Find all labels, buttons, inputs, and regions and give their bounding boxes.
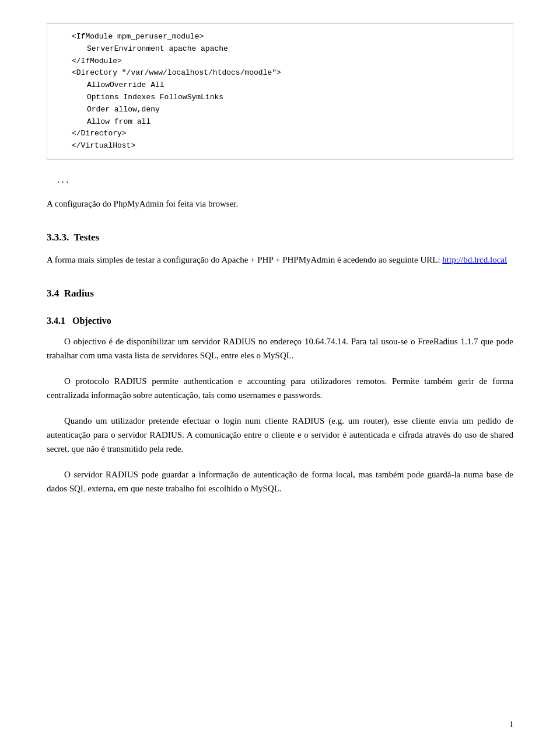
- section-341-para-4: O servidor RADIUS pode guardar a informa…: [47, 467, 513, 495]
- code-line-9: </Directory>: [57, 128, 503, 140]
- section-341-para-3: Quando um utilizador pretende efectuar o…: [47, 414, 513, 456]
- code-line-10: </VirtualHost>: [57, 140, 503, 152]
- page: <IfModule mpm_peruser_module> ServerEnvi…: [0, 0, 560, 747]
- section-341-title: Objectivo: [72, 316, 111, 326]
- code-line-1: <IfModule mpm_peruser_module>: [57, 31, 503, 43]
- paragraph-phpmyadmin: A configuração do PhpMyAdmin foi feita v…: [47, 197, 513, 211]
- section-34-title: Radius: [64, 288, 94, 299]
- section-341-para-2: O protocolo RADIUS permite authenticatio…: [47, 374, 513, 402]
- code-line-4: <Directory "/var/www/localhost/htdocs/mo…: [57, 67, 503, 79]
- section-333-text: A forma mais simples de testar a configu…: [47, 255, 440, 264]
- section-34-number: 3.4: [47, 288, 59, 299]
- code-line-7: Order allow,deny: [57, 104, 503, 116]
- section-333-link[interactable]: http://bd.lrcd.local: [442, 255, 507, 264]
- section-34-heading: 3.4 Radius: [47, 288, 513, 299]
- section-341-number: 3.4.1: [47, 316, 65, 326]
- section-333-title: Testes: [74, 232, 99, 243]
- page-number: 1: [509, 720, 513, 729]
- code-line-2: ServerEnvironment apache apache: [57, 43, 503, 55]
- section-333-number: 3.3.3.: [47, 232, 69, 243]
- code-block: <IfModule mpm_peruser_module> ServerEnvi…: [47, 23, 513, 160]
- section-333-paragraph: A forma mais simples de testar a configu…: [47, 253, 513, 267]
- section-341-heading: 3.4.1 Objectivo: [47, 316, 513, 326]
- section-333-heading: 3.3.3. Testes: [47, 232, 513, 243]
- code-line-5: AllowOverride All: [57, 79, 503, 92]
- code-line-3: </IfModule>: [57, 55, 503, 68]
- section-341-para-1: O objectivo é de disponibilizar um servi…: [47, 334, 513, 362]
- ellipsis: ...: [47, 176, 513, 185]
- code-line-8: Allow from all: [57, 116, 503, 128]
- code-line-6: Options Indexes FollowSymLinks: [57, 92, 503, 104]
